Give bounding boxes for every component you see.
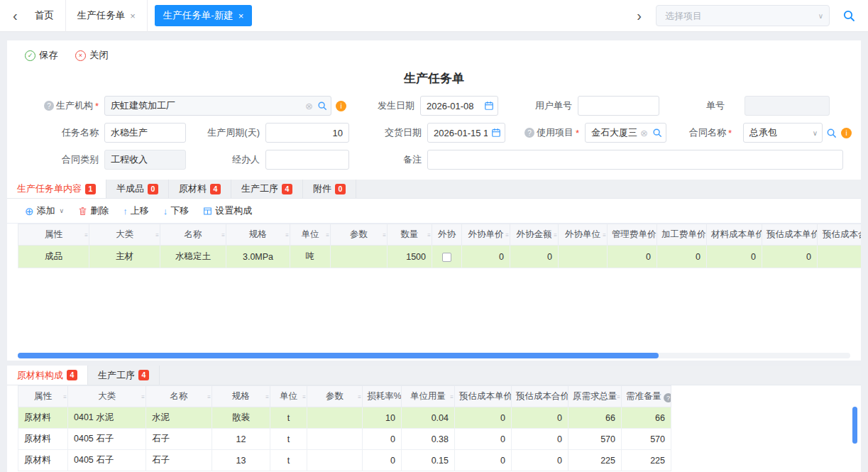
project-select-input[interactable] (657, 11, 829, 21)
grid-cell[interactable]: 0 (512, 407, 568, 429)
grid-cell[interactable]: 0 (657, 246, 707, 268)
column-menu-icon[interactable]: ≡ (397, 393, 400, 400)
grid-cell[interactable] (559, 246, 608, 268)
grid-cell[interactable]: 570 (568, 429, 622, 450)
grid-cell[interactable]: 0 (512, 450, 568, 471)
grid-cell[interactable]: 水稳定土 (160, 246, 226, 268)
grid-cell[interactable]: t (270, 450, 307, 471)
grid-cell[interactable]: 0.38 (402, 429, 455, 450)
lookup-icon[interactable] (652, 128, 662, 138)
tab-raw-material-composition[interactable]: 原材料构成 4 (7, 366, 88, 385)
column-menu-icon[interactable]: ≡ (564, 393, 567, 400)
grid-cell[interactable]: 225 (622, 450, 671, 471)
org-field[interactable] (104, 96, 331, 116)
column-menu-icon[interactable]: ≡ (84, 231, 88, 238)
grid-cell[interactable]: 0 (762, 246, 818, 268)
grid-cell[interactable]: 0 (510, 246, 559, 268)
grid-cell[interactable]: 66 (622, 407, 671, 429)
column-menu-icon[interactable]: ≡ (652, 231, 656, 238)
grid-cell[interactable]: 原材料 (18, 429, 68, 450)
column-menu-icon[interactable]: ≡ (702, 231, 705, 238)
tabs-scroll-right-icon[interactable]: › (631, 9, 647, 23)
column-menu-icon[interactable]: ≡ (302, 393, 306, 400)
project-select[interactable]: ∨ (656, 5, 830, 26)
grid-cell[interactable]: 成品 (18, 246, 89, 268)
grid-cell[interactable] (307, 429, 363, 450)
grid-cell[interactable]: t (270, 429, 307, 450)
column-menu-icon[interactable]: ≡ (554, 231, 557, 238)
column-menu-icon[interactable]: ≡ (358, 393, 361, 400)
grid-cell[interactable] (307, 450, 363, 471)
grid-cell[interactable]: 0 (707, 246, 762, 268)
grid-cell[interactable]: 13 (212, 450, 270, 471)
tab-raw-materials[interactable]: 原材料 4 (169, 180, 231, 198)
move-down-button[interactable]: ↓ 下移 (163, 204, 189, 217)
column-menu-icon[interactable]: ≡ (63, 393, 67, 400)
grid-cell[interactable]: 主材 (89, 246, 160, 268)
handler-field[interactable] (265, 150, 349, 170)
column-menu-icon[interactable]: ≡ (221, 231, 225, 238)
nav-tab-production-order[interactable]: 生产任务单 × (66, 0, 148, 32)
nav-tab-production-order-new[interactable]: 生产任务单-新建 × (155, 5, 253, 26)
table-row[interactable]: 原材料 0405 石子 石子 13 t 0 0.15 0 0 225 225 (18, 450, 671, 471)
clear-icon[interactable]: ⊗ (305, 101, 313, 111)
add-row-button[interactable]: ⊕ 添加 ∨ (25, 204, 64, 217)
grid-cell[interactable]: 12 (212, 429, 270, 450)
remark-field[interactable] (427, 150, 843, 170)
clear-icon[interactable]: ⊗ (640, 128, 648, 138)
save-button[interactable]: ✓ 保存 (25, 49, 58, 62)
help-icon[interactable]: ? (664, 393, 671, 402)
grid-cell[interactable]: 10 (363, 407, 402, 429)
contract-field[interactable] (743, 123, 823, 143)
column-menu-icon[interactable]: ≡ (285, 231, 289, 238)
lookup-icon[interactable] (826, 128, 837, 138)
set-composition-button[interactable]: 设置构成 (203, 204, 252, 217)
chevron-down-icon[interactable]: ∨ (818, 12, 823, 20)
grid-cell[interactable] (331, 246, 388, 268)
column-menu-icon[interactable]: ≡ (141, 393, 145, 400)
user-no-field[interactable] (578, 96, 659, 116)
grid-cell[interactable]: 66 (568, 407, 622, 429)
chevron-down-icon[interactable]: ∨ (813, 129, 818, 137)
column-menu-icon[interactable]: ≡ (757, 231, 761, 238)
info-icon[interactable]: i (841, 128, 852, 138)
grid-cell[interactable]: 水泥 (146, 407, 212, 429)
grid-cell[interactable] (818, 246, 862, 268)
lookup-icon[interactable] (317, 101, 327, 111)
grid-cell[interactable]: 225 (568, 450, 622, 471)
tab-order-content[interactable]: 生产任务单内容 1 (7, 180, 106, 198)
grid-cell[interactable]: 0 (455, 429, 512, 450)
scrollbar-thumb[interactable] (18, 353, 659, 358)
calendar-icon[interactable] (491, 128, 501, 138)
grid-cell[interactable]: 原材料 (18, 450, 68, 471)
grid-cell[interactable]: 0 (363, 450, 402, 471)
grid-cell[interactable]: 石子 (146, 450, 212, 471)
tab-semi-finished[interactable]: 半成品 0 (106, 180, 169, 198)
column-menu-icon[interactable]: ≡ (383, 231, 386, 238)
grid-cell[interactable] (307, 407, 363, 429)
grid-cell[interactable]: 0405 石子 (68, 429, 146, 450)
grid-cell[interactable]: 0.15 (402, 450, 455, 471)
tab-attachments[interactable]: 附件 0 (303, 180, 356, 198)
close-icon[interactable]: × (238, 11, 244, 21)
search-icon[interactable] (837, 9, 861, 22)
column-menu-icon[interactable]: ≡ (450, 393, 454, 400)
info-icon[interactable]: i (336, 101, 346, 111)
column-menu-icon[interactable]: ≡ (505, 231, 509, 238)
delete-row-button[interactable]: 删除 (78, 204, 109, 217)
calendar-icon[interactable] (484, 101, 494, 111)
move-up-button[interactable]: ↑ 上移 (123, 204, 149, 217)
grid-cell[interactable]: 散装 (212, 407, 270, 429)
grid-cell[interactable]: 0405 石子 (68, 450, 146, 471)
table-row[interactable]: 成品 主材 水稳定土 3.0MPa 吨 1500 0 0 0 0 0 0 (18, 246, 862, 268)
column-menu-icon[interactable]: ≡ (265, 393, 269, 400)
grid-cell[interactable]: 0401 水泥 (68, 407, 146, 429)
grid-cell[interactable]: 0 (608, 246, 657, 268)
grid-cell[interactable]: 石子 (146, 429, 212, 450)
vertical-scrollbar[interactable] (852, 407, 857, 444)
grid-cell[interactable] (432, 246, 462, 268)
grid-cell[interactable]: 原材料 (18, 407, 68, 429)
tab-processes[interactable]: 生产工序 4 (231, 180, 303, 198)
close-button[interactable]: × 关闭 (75, 49, 109, 62)
table-row[interactable]: 原材料 0405 石子 石子 12 t 0 0.38 0 0 570 570 (18, 429, 671, 450)
